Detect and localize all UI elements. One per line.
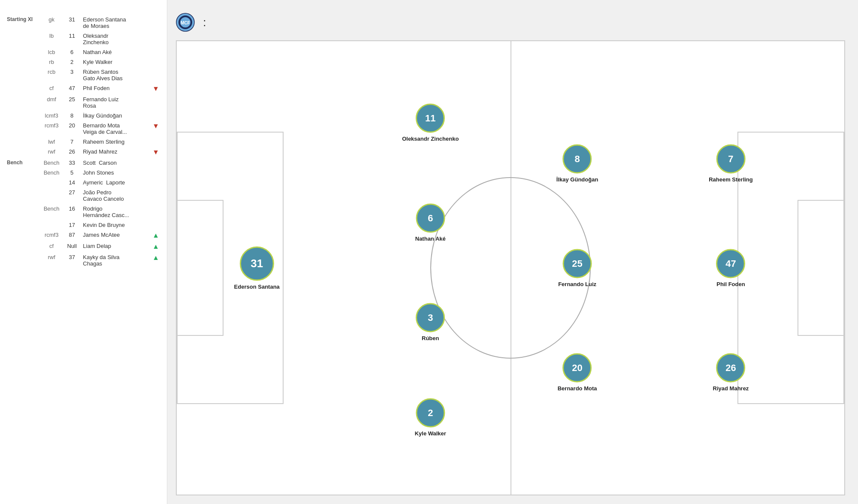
player-name: Fernando Luiz Rosa	[80, 94, 149, 111]
player-node-rwf: 26Riyad Mahrez	[713, 353, 749, 391]
player-name: Rodrigo Hernández Casc...	[80, 204, 149, 220]
player-name-label: İlkay Gündoğan	[556, 176, 598, 183]
player-name: Aymeric Laporte	[80, 178, 149, 187]
section-label	[4, 121, 39, 137]
player-node-cf: 47Phil Foden	[716, 249, 745, 287]
position-label: Bench	[39, 158, 63, 168]
section-label	[4, 67, 39, 83]
player-name: James McAtee	[80, 230, 149, 241]
position-label: lcmf3	[39, 111, 63, 121]
player-name: Kayky da Silva Chagas	[80, 252, 149, 269]
section-label	[4, 57, 39, 67]
player-node-gk: 31Ederson Santana	[234, 246, 280, 290]
player-name: Bernardo Mota Veiga de Carval...	[80, 121, 149, 137]
player-number: 3	[63, 67, 80, 83]
player-number: 33	[63, 158, 80, 168]
position-label: Bench	[39, 204, 63, 220]
player-circle: 47	[716, 249, 745, 278]
substitution-arrow: ▼	[149, 147, 163, 158]
player-circle: 3	[416, 303, 445, 332]
player-number: 6	[63, 47, 80, 57]
substitution-arrow: ▼	[149, 121, 163, 137]
pitch-field: 31Ederson Santana11Oleksandr Zinchenko6N…	[176, 40, 845, 495]
player-node-dmf: 25Fernando Luiz	[558, 249, 596, 287]
list-item: rcb3Rúben Santos Gato Alves Dias	[4, 67, 163, 83]
player-name-label: Nathan Aké	[415, 235, 446, 241]
arrow-up-icon: ▲	[152, 243, 159, 250]
right-goal-box	[798, 200, 844, 336]
substitution-arrow	[149, 31, 163, 47]
substitution-arrow	[149, 220, 163, 230]
substitution-arrow	[149, 57, 163, 67]
substitution-arrow	[149, 47, 163, 57]
substitution-arrow: ▲	[149, 241, 163, 252]
section-label	[4, 47, 39, 57]
list-item: lcmf38İlkay Gündoğan	[4, 111, 163, 121]
team-title: :	[200, 16, 212, 29]
position-label: rwf	[39, 252, 63, 269]
section-label	[4, 83, 39, 94]
player-node-rb: 2Kyle Walker	[415, 398, 446, 437]
position-label: gk	[39, 15, 63, 31]
position-label: cf	[39, 83, 63, 94]
player-node-lcmf3: 8İlkay Gündoğan	[556, 145, 598, 183]
player-number: 20	[63, 121, 80, 137]
section-label	[4, 147, 39, 158]
player-name: Nathan Aké	[80, 47, 149, 57]
arrow-down-icon: ▼	[152, 148, 159, 156]
substitution-arrow	[149, 178, 163, 187]
substitution-arrow: ▲	[149, 230, 163, 241]
svg-text:MCF: MCF	[181, 21, 190, 25]
list-item: cf47Phil Foden▼	[4, 83, 163, 94]
player-node-lb: 11Oleksandr Zinchenko	[402, 104, 459, 142]
player-node-rcb: 3Rúben	[416, 303, 445, 341]
section-label	[4, 241, 39, 252]
list-item: Bench5John Stones	[4, 168, 163, 178]
player-name-label: Phil Foden	[716, 281, 745, 287]
substitution-arrow: ▲	[149, 252, 163, 269]
position-label: rwf	[39, 147, 63, 158]
position-label: rcmf3	[39, 121, 63, 137]
pitch-panel: MCF : 31Ederson Santana11Oleksandr Zinch…	[167, 0, 858, 504]
player-number: 14	[63, 178, 80, 187]
team-header: MCF :	[176, 13, 845, 32]
section-label: Starting XI	[4, 15, 39, 31]
list-item: lb11Oleksandr Zinchenko	[4, 31, 163, 47]
substitution-arrow	[149, 67, 163, 83]
section-label	[4, 178, 39, 187]
list-item: lcb6Nathan Aké	[4, 47, 163, 57]
position-label: lb	[39, 31, 63, 47]
section-label	[4, 252, 39, 269]
player-name-label: Oleksandr Zinchenko	[402, 136, 459, 142]
player-number: 25	[63, 94, 80, 111]
player-circle: 8	[563, 145, 592, 174]
player-name: Rúben Santos Gato Alves Dias	[80, 67, 149, 83]
list-item: rcmf387James McAtee▲	[4, 230, 163, 241]
player-number: 47	[63, 83, 80, 94]
player-number: 5	[63, 168, 80, 178]
player-number: 37	[63, 252, 80, 269]
player-circle: 31	[240, 246, 274, 281]
player-number: 31	[63, 15, 80, 31]
substitution-arrow	[149, 111, 163, 121]
player-name-label: Riyad Mahrez	[713, 385, 749, 391]
player-name-label: Kyle Walker	[415, 430, 446, 437]
player-name: İlkay Gündoğan	[80, 111, 149, 121]
player-number: 87	[63, 230, 80, 241]
player-name: Raheem Sterling	[80, 137, 149, 147]
substitution-arrow	[149, 204, 163, 220]
arrow-up-icon: ▲	[152, 254, 159, 261]
position-label: lwf	[39, 137, 63, 147]
substitution-arrow: ▼	[149, 83, 163, 94]
player-name: Kyle Walker	[80, 57, 149, 67]
list-item: Bench16Rodrigo Hernández Casc...	[4, 204, 163, 220]
position-label: dmf	[39, 94, 63, 111]
substitution-arrow	[149, 15, 163, 31]
list-item: 14Aymeric Laporte	[4, 178, 163, 187]
player-number: 11	[63, 31, 80, 47]
player-circle: 11	[416, 104, 445, 133]
team-logo: MCF	[176, 13, 195, 32]
position-label	[39, 187, 63, 204]
player-name-label: Raheem Sterling	[709, 176, 753, 183]
position-label	[39, 178, 63, 187]
